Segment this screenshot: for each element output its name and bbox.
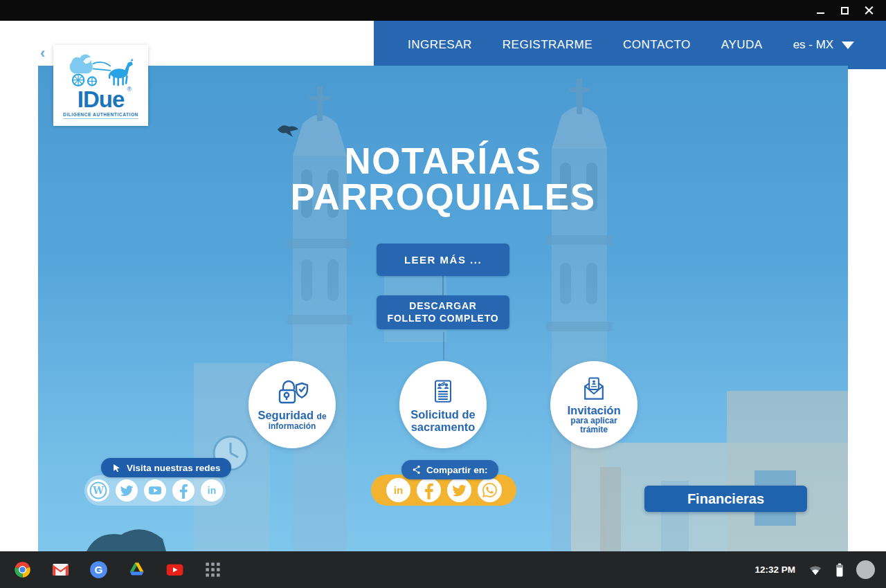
app-launcher-icon[interactable] <box>204 560 222 579</box>
read-more-button[interactable]: LEER MÁS ... <box>377 244 509 276</box>
feature-label-line2: información <box>269 422 316 431</box>
chevron-down-icon <box>842 42 854 49</box>
download-line1: DESCARGAR <box>409 300 476 311</box>
brand-text: IDue <box>78 86 125 112</box>
language-value: es - MX <box>793 38 834 52</box>
main-navbar: INGRESAR REGISTRARME CONTACTO AYUDA es -… <box>374 21 886 69</box>
lock-shield-icon <box>275 378 309 407</box>
twitter-icon[interactable] <box>116 479 138 502</box>
whatsapp-icon[interactable] <box>478 478 502 502</box>
visit-social-text: Visita nuestras redes <box>127 463 221 473</box>
page-title-line1: NOTARÍAS <box>38 143 848 179</box>
wordpress-icon[interactable]: W <box>87 479 109 502</box>
feature-label: Invitación <box>567 405 620 416</box>
registered-mark: ® <box>127 86 132 92</box>
youtube-icon[interactable] <box>165 560 184 579</box>
close-icon[interactable] <box>865 6 874 15</box>
share-text: Compartir en: <box>426 465 488 475</box>
chromeos-shelf: G 12:32 PM <box>0 551 886 588</box>
clock: 12:32 PM <box>754 564 795 575</box>
svg-text:in: in <box>208 485 216 496</box>
feature-label: Seguridad <box>257 409 314 421</box>
hero-banner: NOTARÍAS PARROQUIALES LEER MÁS ... DESCA… <box>38 66 848 551</box>
feature-label-line2: sacramento <box>411 421 476 433</box>
feature-label-small: de <box>317 412 327 421</box>
feature-solicitud[interactable]: Solicitud de sacramento <box>399 361 487 448</box>
download-line2: FOLLETO COMPLETO <box>388 313 499 324</box>
twitter-icon[interactable] <box>447 478 471 502</box>
linkedin-icon[interactable]: in <box>386 478 410 502</box>
language-selector[interactable]: es - MX <box>793 38 855 52</box>
chromeos-screen: INGRESAR REGISTRARME CONTACTO AYUDA es -… <box>0 0 886 588</box>
share-icon <box>412 465 422 475</box>
cursor-icon <box>111 463 122 473</box>
facebook-icon[interactable] <box>172 479 195 502</box>
page-title: NOTARÍAS PARROQUIALES <box>38 143 848 216</box>
google-icon[interactable]: G <box>89 560 108 579</box>
visit-social-label: Visita nuestras redes <box>101 458 231 477</box>
wifi-icon <box>808 564 823 576</box>
nav-item-contacto[interactable]: CONTACTO <box>623 38 691 52</box>
user-avatar[interactable] <box>856 560 875 579</box>
svg-text:W: W <box>92 485 104 496</box>
nav-item-ingresar[interactable]: INGRESAR <box>408 38 472 52</box>
financieras-button[interactable]: Financieras <box>644 486 807 512</box>
chrome-icon[interactable] <box>13 560 32 579</box>
shelf-apps: G <box>0 560 222 579</box>
feature-label: Solicitud de <box>410 409 476 421</box>
feature-label-line3: trámite <box>580 425 608 434</box>
facebook-icon[interactable] <box>417 478 441 502</box>
horse-carriage-icon <box>65 50 137 89</box>
feature-invitacion[interactable]: Invitación para aplicar trámite <box>550 361 638 448</box>
linkedin-icon[interactable]: in <box>201 479 223 502</box>
page-content: INGRESAR REGISTRARME CONTACTO AYUDA es -… <box>0 21 886 551</box>
sacrament-document-icon <box>428 376 458 407</box>
visit-social-bar: W in <box>84 475 226 506</box>
status-tray[interactable]: 12:32 PM <box>754 560 886 579</box>
youtube-icon[interactable] <box>144 479 166 502</box>
download-brochure-button[interactable]: DESCARGAR FOLLETO COMPLETO <box>377 295 509 329</box>
page-title-line2: PARROQUIALES <box>38 179 848 215</box>
brand-tagline: DILIGENCE AUTHENTICATION <box>63 112 138 119</box>
brand-logo[interactable]: IDue ® DILIGENCE AUTHENTICATION <box>53 45 148 126</box>
minimize-icon[interactable] <box>816 6 825 15</box>
brand-name: IDue ® <box>78 89 125 110</box>
gmail-icon[interactable] <box>51 560 70 579</box>
chevron-left-icon[interactable]: ‹ <box>40 46 45 61</box>
battery-icon <box>835 563 844 577</box>
nav-item-ayuda[interactable]: AYUDA <box>721 38 763 52</box>
feature-seguridad[interactable]: Seguridad de información <box>248 361 336 448</box>
nav-item-registrarme[interactable]: REGISTRARME <box>503 38 593 52</box>
invitation-envelope-icon <box>579 375 609 403</box>
share-label: Compartir en: <box>401 460 498 479</box>
window-titlebar <box>0 0 886 21</box>
maximize-icon[interactable] <box>840 6 849 15</box>
svg-text:in: in <box>393 484 403 496</box>
svg-text:G: G <box>95 564 103 576</box>
drive-icon[interactable] <box>127 560 146 579</box>
